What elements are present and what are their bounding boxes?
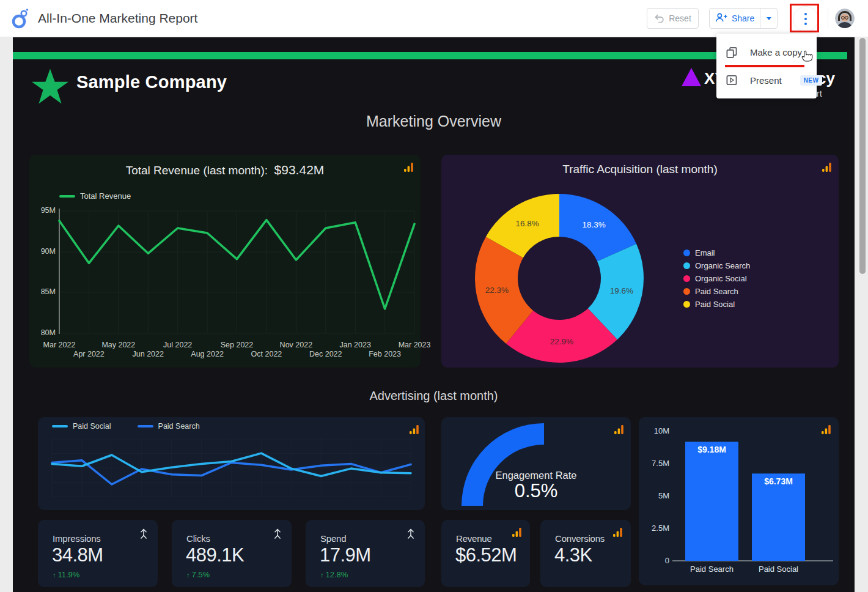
analytics-icon <box>512 527 521 540</box>
trend-up-icon <box>138 527 149 542</box>
x-axis-tick: May 2022 <box>101 341 135 349</box>
menu-item-label: Present <box>750 75 782 86</box>
svg-text:$9.18M: $9.18M <box>697 445 726 454</box>
scorecard-label: Conversions <box>555 533 605 544</box>
total-revenue-chart-card[interactable]: Total Revenue (last month): $93.42M Tota… <box>29 155 421 368</box>
person-add-icon <box>715 12 727 24</box>
x-axis-category: Paid Search <box>679 564 746 574</box>
legend-item: Email <box>683 248 750 257</box>
copy-icon <box>726 46 737 57</box>
scorecard-value: 34.8M <box>52 544 103 566</box>
total-revenue-line-chart[interactable] <box>29 155 421 368</box>
y-axis-tick: 80M <box>29 328 56 337</box>
legend-dot <box>683 275 690 282</box>
scorecard-impressions: Impressions34.8M↑11.9% <box>38 520 158 587</box>
scorecard-label: Spend <box>320 533 346 544</box>
menu-item-label: Make a copy <box>750 47 802 57</box>
screen: Sample Company XY cy port Marketing Over… <box>0 0 868 592</box>
y-axis-tick: 2.5M <box>639 524 669 533</box>
share-options-caret[interactable] <box>760 9 777 28</box>
y-axis-tick: 90M <box>29 247 56 256</box>
menu-item-present[interactable]: PresentNEW <box>716 66 817 94</box>
arrow-up-icon: ↑ <box>186 571 190 579</box>
more-options-button[interactable] <box>793 6 818 32</box>
scorecard-value: $6.52M <box>455 544 517 566</box>
y-axis-tick: 5M <box>639 491 669 500</box>
engagement-rate-gauge-card[interactable]: Engagement Rate 0.5% <box>441 417 631 510</box>
svg-text:$6.73M: $6.73M <box>764 476 793 486</box>
looker-studio-logo <box>11 8 29 31</box>
x-axis-tick: Jun 2022 <box>133 350 164 358</box>
user-avatar[interactable] <box>835 9 855 28</box>
share-button-group: Share <box>709 8 778 29</box>
spend-by-channel-chart-card[interactable]: $9.18M$6.73M 10M7.5M5M2.5M0Paid SearchPa… <box>639 417 839 585</box>
new-badge: NEW <box>800 75 823 86</box>
advertising-trend-chart-card[interactable]: Paid SocialPaid Search <box>38 417 425 510</box>
trend-up-icon <box>405 527 416 542</box>
legend-item: Organic Social <box>683 274 750 283</box>
scorecard-spend: Spend17.9M↑12.8% <box>306 520 425 587</box>
y-axis-tick: 95M <box>29 206 56 215</box>
scorecard-revenue: Revenue$6.52M <box>441 520 530 587</box>
scorecard-value: 17.9M <box>320 544 371 566</box>
scorecard-label: Revenue <box>456 533 492 544</box>
scorecard-conversions: Conversions4.3K <box>540 520 631 587</box>
analytics-icon <box>614 424 623 437</box>
share-button[interactable]: Share <box>710 9 760 28</box>
scorecard-delta: ↑12.8% <box>320 570 348 579</box>
svg-text:22.3%: 22.3% <box>485 286 509 295</box>
more-menu-dropdown: Make a copyPresentNEW <box>716 34 817 98</box>
cursor-pointer-icon <box>801 48 815 67</box>
legend-label: Organic Search <box>695 261 750 270</box>
legend-label: Organic Social <box>695 274 747 283</box>
svg-text:19.6%: 19.6% <box>610 286 633 295</box>
legend-item: Paid Social <box>683 300 750 309</box>
traffic-acquisition-donut[interactable]: 18.3%19.6%22.9%22.3%16.8% <box>441 155 839 368</box>
x-axis-tick: Nov 2022 <box>280 341 313 349</box>
svg-text:16.8%: 16.8% <box>515 219 539 228</box>
agency-triangle-logo <box>681 67 702 89</box>
company-star-logo <box>31 67 70 106</box>
analytics-icon <box>613 527 622 540</box>
company-name: Sample Company <box>76 72 227 92</box>
scorecard-delta: ↑7.5% <box>186 570 210 579</box>
y-axis-tick: 0 <box>639 556 669 565</box>
x-axis-tick: Oct 2022 <box>251 350 282 358</box>
arrow-up-icon: ↑ <box>53 571 56 579</box>
y-axis-tick: 85M <box>29 287 56 296</box>
gauge-value: 0.5% <box>441 480 631 502</box>
legend-dot <box>683 250 690 256</box>
x-axis-tick: Apr 2022 <box>73 350 105 358</box>
scorecard-label: Impressions <box>53 533 101 544</box>
x-axis-tick: Feb 2023 <box>369 350 401 358</box>
avatar-divider <box>828 9 828 28</box>
svg-text:22.9%: 22.9% <box>550 337 573 346</box>
present-icon <box>726 75 737 86</box>
scorecard-label: Clicks <box>186 533 210 544</box>
section-title-advertising: Advertising (last month) <box>13 389 855 403</box>
reset-button[interactable]: Reset <box>647 8 699 29</box>
scorecard-value: 489.1K <box>186 544 244 566</box>
vertical-scrollbar-thumb[interactable] <box>859 38 866 274</box>
legend-label: Paid Search <box>695 287 738 296</box>
legend-label: Paid Social <box>695 300 735 309</box>
legend-item: Organic Search <box>683 261 750 270</box>
y-axis-tick: 10M <box>639 426 669 435</box>
report-title: All-In-One Marketing Report <box>38 0 197 37</box>
scorecard-clicks: Clicks489.1K↑7.5% <box>172 520 292 587</box>
legend-dot <box>683 262 690 269</box>
advertising-line-chart[interactable] <box>38 417 425 510</box>
x-axis-tick: Dec 2022 <box>309 350 342 358</box>
chevron-down-icon <box>767 17 771 20</box>
undo-icon <box>654 13 664 24</box>
legend-item: Paid Search <box>683 287 750 296</box>
traffic-acquisition-chart-card[interactable]: Traffic Acquisition (last month) 18.3%19… <box>441 155 839 368</box>
trend-up-icon <box>272 527 283 542</box>
page-gutter-left <box>0 37 13 592</box>
legend-dot <box>683 288 690 295</box>
legend-dot <box>683 301 690 308</box>
svg-text:18.3%: 18.3% <box>582 220 605 229</box>
legend-label: Email <box>695 248 715 257</box>
y-axis-tick: 7.5M <box>639 459 669 468</box>
traffic-acquisition-legend: EmailOrganic SearchOrganic SocialPaid Se… <box>683 248 750 309</box>
